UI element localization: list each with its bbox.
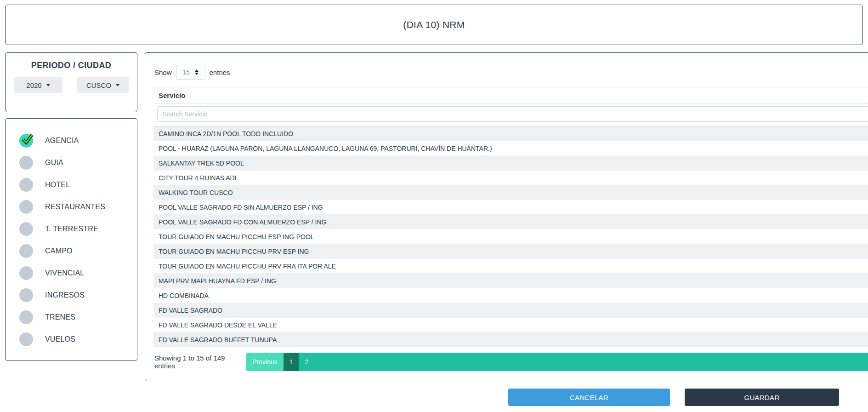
save-button[interactable]: GUARDAR [685,389,839,406]
check-icon [19,131,35,146]
cell-servicio: TOUR GUIADO EN MACHU PICCHU PRV ESP ING [153,244,868,259]
table-row: CAMINO INCA 2D/1N POOL TODO INCLUIDOXTRE… [153,126,868,141]
content: PERIODO / CIUDAD 2020 CUSCO AGENCIAGUIAH… [5,52,863,381]
cell-servicio: HD COMBINADA [153,288,868,303]
category-label: HOTEL [45,181,70,189]
cell-servicio: TOUR GUIADO EN MACHU PICCHU PRV FRA ITA … [153,259,868,274]
category-label: RESTAURANTES [45,203,105,211]
category-label: AGENCIA [45,137,79,145]
show-label: Show [154,69,172,76]
category-item-restaurantes[interactable]: RESTAURANTES [6,196,137,218]
city-value: CUSCO [86,81,111,89]
cell-servicio: TOUR GUIADO EN MACHU PICCHU ESP ING-POOL [153,229,868,244]
filter-servicio-input[interactable] [157,106,868,122]
category-label: TRENES [45,313,75,321]
category-item-vuelos[interactable]: VUELOS [6,328,137,350]
category-item-hotel[interactable]: HOTEL [6,174,137,196]
table-row: POOL VALLE SAGRADO FD CON ALMUERZO ESP /… [153,215,868,229]
table-row: POOL VALLE SAGRADO FD SIN ALMUERZO ESP /… [153,200,868,215]
pagination-button-2[interactable]: 2 [299,353,868,371]
page: (DIA 10) NRM PERIODO / CIUDAD 2020 CUSCO [0,0,868,412]
city-dropdown[interactable]: CUSCO [77,77,129,93]
cell-servicio: POOL - HUARAZ (LAGUNA PARÓN, LAGUNA LLAN… [153,141,868,156]
entries-label: entries [210,69,230,76]
category-label: GUIA [45,159,63,167]
category-item-guia[interactable]: GUIA [6,152,137,174]
category-item-ingresos[interactable]: INGRESOS [6,284,137,306]
cell-servicio: POOL VALLE SAGRADO FD CON ALMUERZO ESP /… [153,215,868,229]
header-panel: (DIA 10) NRM [5,5,863,45]
category-label: VUELOS [45,335,75,343]
table-row: TOUR GUIADO EN MACHU PICCHU ESP ING-POOL… [153,229,868,244]
radio-icon [19,156,33,170]
radio-icon [19,200,33,214]
period-dropdown[interactable]: 2020 [14,77,62,93]
table-row: SALKANTAY TREK 5D POOLSALKANTAY TREKKING… [153,156,868,171]
cancel-button[interactable]: CANCELAR [508,389,670,406]
category-item-vivencial[interactable]: VIVENCIAL [6,262,137,284]
sidebar: PERIODO / CIUDAD 2020 CUSCO AGENCIAGUIAH… [5,52,137,361]
column-header-servicio[interactable]: Servicio [153,87,868,104]
cell-servicio: CITY TOUR 4 RUINAS ADL [153,171,868,185]
cell-servicio: CAMINO INCA 2D/1N POOL TODO INCLUIDO [153,126,868,141]
page-length-value: 15 [182,69,190,76]
table-row: TOUR GUIADO EN MACHU PICCHU PRV FRA ITA … [153,259,868,274]
action-bar: CANCELAR GUARDAR [5,389,863,406]
period-value: 2020 [26,81,41,89]
radio-icon [19,332,33,346]
table-row: FD VALLE SAGRADOAMERICANA DE TURISMOGRP1… [153,303,868,318]
category-label: VIVENCIAL [45,269,84,277]
table-row: TOUR GUIADO EN MACHU PICCHU PRV ESP INGP… [153,244,868,259]
pagination: Previous12345...10Next [246,353,868,371]
table-panel: Show 15 entries Search: Servicio [145,52,868,381]
table-row: MAPI PRV MAPI HUAYNA FD ESP / INGPERU SI… [153,274,868,288]
radio-icon [19,288,33,302]
table-row: FD VALLE SAGRADO BUFFET TUNUPAAMERICANA … [153,332,868,347]
category-item-t-terrestre[interactable]: T. TERRESTRE [6,218,137,240]
caret-down-icon [116,84,119,86]
cell-servicio: POOL VALLE SAGRADO FD SIN ALMUERZO ESP /… [153,200,868,215]
table-row: POOL - HUARAZ (LAGUNA PARÓN, LAGUNA LLAN… [153,141,868,156]
category-item-trenes[interactable]: TRENES [6,306,137,328]
cell-servicio: FD VALLE SAGRADO DESDE EL VALLE [153,318,868,332]
radio-icon [19,310,33,324]
table-row: FD VALLE SAGRADO DESDE EL VALLEAMERICANA… [153,318,868,332]
table-row: WALKING TOUR CUSCOPERU SIGHTSEEING - CUS… [153,185,868,200]
period-city-panel: PERIODO / CIUDAD 2020 CUSCO [5,52,137,112]
filter-cell-servicio: ↑↓ [153,104,868,126]
radio-icon [19,222,33,236]
period-city-heading: PERIODO / CIUDAD [13,61,130,70]
radio-icon [19,178,33,192]
category-panel: AGENCIAGUIAHOTELRESTAURANTEST. TERRESTRE… [5,118,137,361]
cell-servicio: WALKING TOUR CUSCO [153,185,868,200]
page-title: (DIA 10) NRM [403,19,465,30]
page-length-control: Show 15 entries [154,65,230,80]
cell-servicio: MAPI PRV MAPI HUAYNA FD ESP / ING [153,274,868,288]
radio-icon [19,266,33,280]
page-length-select[interactable]: 15 [176,65,205,80]
table-row: CITY TOUR 4 RUINAS ADLPERU SIGHTSEEING -… [153,171,868,185]
cell-servicio: FD VALLE SAGRADO BUFFET TUNUPA [153,332,868,347]
category-label: T. TERRESTRE [45,225,98,233]
cell-servicio: SALKANTAY TREK 5D POOL [153,156,868,171]
caret-down-icon [46,84,50,86]
pagination-button-previous[interactable]: Previous [246,353,283,371]
data-table: ServicioMarca ComercialTipoTarifaMonedaC… [153,87,868,347]
cell-servicio: FD VALLE SAGRADO [153,303,868,318]
table-row: HD COMBINADAAMERICANA DE TURISMOGRP6.50U… [153,288,868,303]
category-label: INGRESOS [45,291,85,299]
select-arrows-icon [195,69,199,75]
pagination-button-1[interactable]: 1 [284,353,299,371]
table-info: Showing 1 to 15 of 149 entries [154,354,246,370]
category-label: CAMPO [45,247,73,255]
category-item-agencia[interactable]: AGENCIA [6,130,137,152]
radio-icon [19,244,33,258]
category-item-campo[interactable]: CAMPO [6,240,137,262]
radio-selected-icon [19,134,33,148]
